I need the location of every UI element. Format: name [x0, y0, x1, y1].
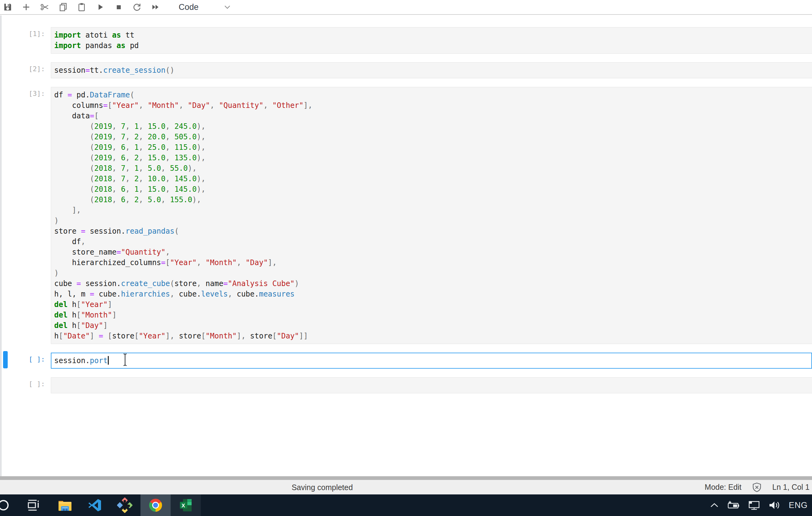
- add-cell-icon: [22, 3, 30, 11]
- notebook-cell: [2]:session=tt.create_session(): [0, 62, 812, 78]
- active-cell-collapser[interactable]: [3, 351, 8, 368]
- git-extensions-icon: [117, 497, 133, 513]
- cut-icon: [40, 2, 49, 12]
- run-icon: [96, 3, 105, 11]
- system-tray: ENG: [710, 494, 812, 516]
- restart-kernel-button[interactable]: [133, 2, 142, 12]
- mode-indicator: Mode: Edit: [705, 483, 742, 492]
- volume-icon: [768, 500, 781, 510]
- notebook-cell: [ ]:session.port: [0, 353, 812, 369]
- paste-button[interactable]: [77, 2, 86, 12]
- network-status[interactable]: [748, 500, 760, 510]
- vscode-icon: [87, 498, 102, 513]
- fast-forward-button[interactable]: [151, 2, 160, 12]
- stop-button[interactable]: [114, 2, 123, 12]
- cell-editor[interactable]: session=tt.create_session(): [51, 62, 812, 78]
- notebook-cell: [1]:import atoti as ttimport pandas as p…: [0, 27, 812, 54]
- svg-text:X: X: [181, 503, 185, 509]
- cortana-button[interactable]: [0, 494, 12, 516]
- battery-status[interactable]: [727, 500, 740, 510]
- cell-editor[interactable]: df = pd.DataFrame( columns=["Year", "Mon…: [51, 87, 812, 344]
- cell-editor[interactable]: [51, 377, 812, 393]
- chevron-down-icon: [224, 5, 231, 9]
- save-button[interactable]: [3, 2, 12, 12]
- cell-list: [1]:import atoti as ttimport pandas as p…: [0, 16, 812, 393]
- notebook-panel: [1]:import atoti as ttimport pandas as p…: [0, 16, 812, 476]
- panel-left-edge: [1, 16, 1, 476]
- excel-icon: X: [179, 498, 193, 512]
- cell-prompt: [1]:: [29, 27, 45, 54]
- cursor-position-indicator[interactable]: Ln 1, Col 1: [772, 483, 810, 492]
- notebook-cell: [3]:df = pd.DataFrame( columns=["Year", …: [0, 87, 812, 344]
- run-button[interactable]: [95, 2, 105, 12]
- battery-charging-icon: [727, 500, 740, 510]
- paste-icon: [77, 2, 86, 12]
- cell-editor[interactable]: import atoti as ttimport pandas as pd: [51, 27, 812, 54]
- add-cell-button[interactable]: [22, 2, 31, 12]
- cell-editor[interactable]: session.port: [51, 353, 812, 369]
- shield-x-icon: [752, 482, 762, 492]
- notebook-cell: [ ]:: [0, 377, 812, 393]
- task-view-icon: [27, 498, 40, 512]
- excel-button[interactable]: X: [171, 494, 201, 516]
- cell-prompt: [3]:: [29, 87, 45, 344]
- chevron-up-icon: [710, 503, 719, 508]
- cell-type-label: Code: [179, 2, 199, 12]
- file-explorer-icon: [57, 498, 73, 512]
- jupyter-notebook-window: Code [1]:import atoti as ttimport pandas…: [0, 0, 812, 516]
- cell-prompt: [ ]:: [29, 377, 45, 393]
- windows-taskbar: X: [0, 494, 812, 516]
- tray-expand-button[interactable]: [710, 503, 719, 508]
- restart-kernel-icon: [133, 2, 142, 12]
- cortana-icon: [0, 498, 10, 512]
- task-view-button[interactable]: [19, 494, 49, 516]
- cell-type-dropdown[interactable]: Code: [177, 2, 233, 12]
- language-indicator[interactable]: ENG: [789, 500, 808, 510]
- cell-prompt: [2]:: [29, 62, 45, 78]
- fast-forward-icon: [151, 3, 160, 11]
- copy-icon: [59, 2, 68, 12]
- chrome-button[interactable]: [141, 494, 171, 516]
- text-caret: [108, 356, 109, 365]
- cell-prompt: [ ]:: [29, 353, 45, 369]
- status-bar: Saving completed Mode: Edit Ln 1, Col 1: [0, 480, 812, 494]
- notebook-toolbar: Code: [0, 0, 812, 15]
- volume-status[interactable]: [768, 500, 781, 510]
- network-icon: [748, 500, 760, 510]
- save-icon: [3, 2, 12, 12]
- mouse-ibeam-cursor: [123, 353, 127, 366]
- horizontal-scrollbar[interactable]: [0, 476, 812, 480]
- stop-icon: [114, 3, 123, 11]
- cut-button[interactable]: [40, 2, 49, 12]
- file-explorer-button[interactable]: [50, 494, 80, 516]
- save-status-text: Saving completed: [292, 483, 353, 492]
- chrome-icon: [149, 499, 162, 512]
- trust-indicator[interactable]: [752, 482, 762, 492]
- vscode-button[interactable]: [80, 494, 110, 516]
- git-extensions-button[interactable]: [110, 494, 140, 516]
- copy-button[interactable]: [59, 2, 68, 12]
